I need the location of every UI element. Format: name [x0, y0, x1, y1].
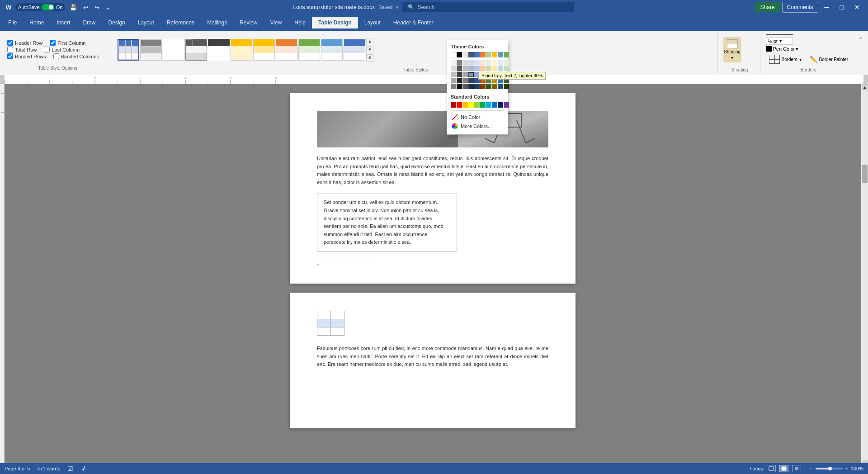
view-web-btn[interactable] — [779, 465, 788, 472]
color-swatch-8[interactable] — [504, 52, 509, 57]
scroll-up[interactable]: ▲ — [862, 84, 868, 90]
shade-swatch[interactable] — [492, 60, 497, 66]
shade-swatch[interactable] — [498, 84, 503, 89]
header-row-checkbox-label[interactable]: Header Row — [7, 40, 42, 46]
tab-home[interactable]: Home — [23, 17, 50, 28]
shade-swatch[interactable] — [480, 60, 486, 66]
redo-btn[interactable]: ↪ — [93, 3, 101, 12]
zoom-slider-thumb[interactable] — [828, 467, 832, 470]
shade-swatch[interactable] — [457, 72, 462, 77]
style-thumb-5[interactable] — [231, 39, 252, 61]
style-thumb-1[interactable] — [140, 39, 162, 61]
shade-swatch[interactable] — [451, 60, 456, 66]
scroll-thumb[interactable] — [862, 165, 868, 183]
zoom-slider[interactable] — [816, 468, 843, 469]
shade-swatch[interactable] — [468, 60, 474, 66]
zoom-out-btn[interactable]: － — [809, 465, 814, 472]
std-color-3[interactable] — [462, 102, 468, 108]
color-swatch-7[interactable] — [498, 52, 503, 57]
header-row-checkbox[interactable] — [7, 40, 13, 46]
style-thumb-7[interactable] — [276, 39, 297, 61]
zoom-level[interactable]: 100% — [851, 466, 863, 471]
tab-mailings[interactable]: Mailings — [201, 17, 233, 28]
close-button[interactable]: ✕ — [850, 2, 864, 13]
color-swatch-5[interactable] — [486, 52, 491, 57]
color-swatch-black[interactable] — [457, 52, 462, 57]
search-input[interactable] — [417, 4, 562, 10]
proofing-icon[interactable]: ☑ — [67, 465, 73, 472]
last-column-checkbox[interactable] — [44, 47, 50, 52]
first-column-checkbox-label[interactable]: First Column — [50, 40, 85, 46]
banded-columns-checkbox[interactable] — [53, 53, 59, 59]
tab-file[interactable]: File — [2, 17, 23, 28]
tab-header-footer[interactable]: Header & Footer — [387, 17, 440, 28]
shade-swatch[interactable] — [462, 66, 468, 71]
view-print-btn[interactable] — [767, 465, 776, 472]
std-color-2[interactable] — [457, 102, 462, 108]
style-thumb-3[interactable] — [185, 39, 207, 61]
left-scrollbar[interactable] — [0, 84, 5, 467]
tab-table-design[interactable]: Table Design — [312, 17, 358, 28]
shade-swatch[interactable] — [468, 84, 474, 89]
shade-swatch[interactable] — [498, 66, 503, 71]
std-color-8[interactable] — [492, 102, 497, 108]
color-swatch-white[interactable] — [451, 52, 456, 57]
shade-swatch[interactable] — [504, 78, 509, 83]
shade-swatch[interactable] — [474, 72, 480, 77]
shade-swatch[interactable] — [492, 78, 497, 83]
border-painter-button[interactable]: ✏️ Border Painter — [807, 53, 851, 66]
shade-swatch[interactable] — [498, 72, 503, 77]
style-thumb-6[interactable] — [253, 39, 275, 61]
shade-swatch[interactable] — [492, 66, 497, 71]
shade-swatch[interactable] — [462, 60, 468, 66]
shade-swatch[interactable] — [462, 84, 468, 89]
shading-button[interactable]: Shading ▾ — [723, 37, 741, 62]
total-row-checkbox-label[interactable]: Total Row — [7, 47, 37, 52]
shade-swatch[interactable] — [457, 66, 462, 71]
tab-references[interactable]: References — [160, 17, 201, 28]
style-thumb-4[interactable] — [208, 39, 230, 61]
shade-swatch[interactable] — [474, 60, 480, 66]
std-color-7[interactable] — [486, 102, 491, 108]
shade-swatch[interactable] — [457, 84, 462, 89]
shade-swatch[interactable] — [480, 78, 486, 83]
last-column-checkbox-label[interactable]: Last Column — [44, 47, 80, 52]
banded-rows-checkbox[interactable] — [7, 53, 13, 59]
shade-swatch[interactable] — [451, 66, 456, 71]
comments-button[interactable]: Comments — [782, 2, 818, 13]
shade-swatch[interactable] — [451, 84, 456, 89]
share-button[interactable]: Share — [755, 2, 780, 12]
undo-btn[interactable]: ↩ — [81, 3, 90, 12]
shade-swatch[interactable] — [474, 78, 480, 83]
shade-swatch[interactable] — [451, 78, 456, 83]
shade-swatch[interactable] — [474, 84, 480, 89]
shade-swatch[interactable] — [486, 66, 491, 71]
color-swatch-3[interactable] — [474, 52, 480, 57]
shade-swatch[interactable] — [468, 66, 474, 71]
scroll-track[interactable] — [862, 90, 868, 460]
right-scrollbar[interactable]: ▲ ▼ — [861, 84, 868, 467]
shade-swatch[interactable] — [492, 72, 497, 77]
std-color-9[interactable] — [498, 102, 503, 108]
shade-swatch[interactable] — [492, 84, 497, 89]
color-swatch-1[interactable] — [462, 52, 468, 57]
shade-swatch[interactable] — [462, 72, 468, 77]
style-thumb-10[interactable] — [344, 39, 365, 61]
banded-rows-checkbox-label[interactable]: Banded Rows — [7, 53, 46, 59]
shade-swatch[interactable] — [498, 78, 503, 83]
ribbon-expand-btn[interactable]: ⤢ — [857, 33, 864, 43]
shade-swatch[interactable] — [457, 60, 462, 66]
shade-swatch[interactable] — [504, 60, 509, 66]
qat-more[interactable]: ⌄ — [104, 3, 113, 12]
tab-insert[interactable]: Insert — [50, 17, 76, 28]
gallery-more[interactable]: ⊞ — [366, 54, 373, 62]
pen-color-btn[interactable]: Pen Color ▾ — [766, 46, 799, 52]
shade-swatch[interactable] — [474, 66, 480, 71]
style-thumb-8[interactable] — [298, 39, 320, 61]
std-color-6[interactable] — [480, 102, 486, 108]
tab-review[interactable]: Review — [233, 17, 264, 28]
save-btn[interactable]: 💾 — [68, 3, 79, 12]
shade-swatch-highlighted[interactable]: Blue-Gray, Text 2, Lighter 80% — [468, 72, 474, 77]
style-thumb-2[interactable] — [163, 39, 184, 61]
shade-swatch[interactable] — [486, 78, 491, 83]
